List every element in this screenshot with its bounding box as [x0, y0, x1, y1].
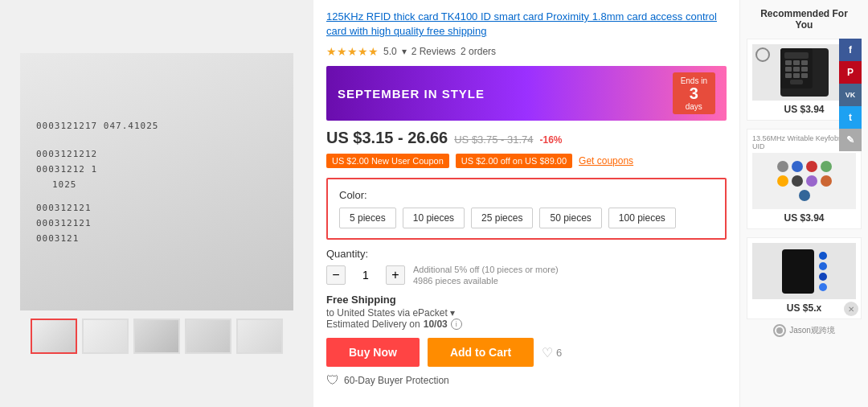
days-label: days: [686, 102, 702, 111]
black-device: [782, 249, 814, 294]
quantity-row: − 1 + Additional 5% off (10 pieces or mo…: [326, 265, 727, 286]
promo-label: SEPTEMBER IN STYLE: [338, 87, 485, 101]
product-section: 125KHz RFID thick card TK4100 ID smart c…: [313, 0, 739, 407]
thumbnail-4[interactable]: [185, 319, 231, 354]
sidebar-item-3-image: [752, 243, 856, 299]
card-line: 000312121: [36, 203, 92, 213]
protection-text: 60-Day Buyer Protection: [344, 375, 449, 386]
thumbnail-3[interactable]: [133, 319, 180, 354]
shipping-title: Free Shipping: [326, 294, 727, 306]
epacket-dropdown[interactable]: ▾: [450, 307, 455, 319]
add-to-cart-button[interactable]: Add to Cart: [428, 338, 534, 367]
coupon-row: US $2.00 New User Coupon US $2.00 off on…: [326, 154, 727, 168]
sidebar-item-1-wrapper: US $3.94 f P VK t ✎: [747, 39, 862, 121]
days-number: 3: [681, 85, 707, 101]
sidebar-item-2-price: US $3.94: [752, 212, 856, 224]
close-button[interactable]: ✕: [844, 302, 858, 316]
rating-divider: ▾: [402, 46, 407, 57]
wishlist-count: 6: [556, 347, 562, 359]
option-5-pieces[interactable]: 5 pieces: [339, 208, 396, 228]
wishlist-row: ♡ 6: [542, 345, 562, 360]
option-25-pieces[interactable]: 25 pieces: [471, 208, 533, 228]
price-row: US $3.15 - 26.66 US $3.75 - 31.74 -16%: [326, 129, 727, 147]
qty-available: 4986 pieces available: [413, 276, 559, 286]
sidebar-title: Recommended ForYou: [747, 8, 862, 31]
color-selector-box: Color: 5 pieces 10 pieces 25 pieces 50 p…: [326, 178, 727, 240]
thumbnail-5[interactable]: [236, 319, 283, 354]
shield-icon: 🛡: [326, 373, 339, 388]
protection-row: 🛡 60-Day Buyer Protection: [326, 373, 727, 388]
social-bar: f P VK t ✎: [839, 39, 862, 151]
rating-score: 5.0: [383, 46, 397, 57]
price-range: US $3.15 - 26.66: [326, 129, 448, 147]
sidebar-item-2-image: [752, 153, 856, 209]
ends-in-box: Ends in 3 days: [673, 72, 715, 114]
price-discount: -16%: [540, 134, 563, 146]
delivery-label: Estimated Delivery on: [326, 319, 420, 330]
heart-icon[interactable]: ♡: [542, 345, 553, 360]
thumbnail-strip: [31, 319, 283, 354]
card-line: 0003121: [36, 233, 79, 244]
buy-now-button[interactable]: Buy Now: [326, 338, 420, 367]
image-section: 0003121217 047.41025 0003121212 00031212…: [0, 0, 313, 407]
star-rating: ★★★★★: [326, 45, 379, 58]
main-product-image: 0003121217 047.41025 0003121212 00031212…: [20, 53, 293, 310]
card-line: 00031212 1: [36, 164, 97, 175]
thumbnail-2[interactable]: [82, 319, 129, 354]
device-image: [780, 48, 829, 97]
product-title[interactable]: 125KHz RFID thick card TK4100 ID smart c…: [326, 10, 727, 39]
keyfob-circles: [772, 161, 837, 201]
option-10-pieces[interactable]: 10 pieces: [403, 208, 465, 228]
quantity-value: 1: [354, 269, 378, 282]
option-buttons: 5 pieces 10 pieces 25 pieces 50 pieces 1…: [339, 208, 714, 228]
watermark-text: Jason观跨境: [789, 325, 835, 336]
info-icon[interactable]: i: [451, 319, 462, 330]
quantity-decrease[interactable]: −: [326, 265, 346, 285]
facebook-button[interactable]: f: [839, 39, 862, 61]
edit-button[interactable]: ✎: [839, 129, 862, 151]
sidebar-item-3-contents: [782, 249, 827, 294]
qty-discount-note: Additional 5% off (10 pieces or more): [413, 265, 559, 274]
sidebar-content: US $3.94 f P VK t ✎ 13.56MHz Writable Ke…: [747, 39, 862, 319]
vk-button[interactable]: VK: [839, 84, 862, 106]
globe-icon: [755, 47, 770, 62]
coupon-badge-1[interactable]: US $2.00 New User Coupon: [326, 154, 449, 168]
option-100-pieces[interactable]: 100 pieces: [608, 208, 676, 228]
action-buttons: Buy Now Add to Cart ♡ 6: [326, 338, 727, 367]
card-line: 1025: [36, 179, 77, 190]
quantity-notes: Additional 5% off (10 pieces or more) 49…: [413, 265, 559, 286]
pinterest-button[interactable]: P: [839, 61, 862, 84]
review-count: 2 Reviews: [411, 46, 456, 57]
card-line: 0003121217 047.41025: [36, 121, 158, 131]
delivery-date: 10/03: [424, 319, 448, 330]
get-coupons-link[interactable]: Get coupons: [579, 155, 633, 166]
quantity-label: Quantity:: [326, 248, 727, 260]
coupon-badge-2[interactable]: US $2.00 off on US $89.00: [456, 154, 572, 168]
twitter-button[interactable]: t: [839, 106, 862, 129]
sidebar: Recommended ForYou: [739, 0, 868, 407]
watermark-icon: [773, 324, 786, 337]
rating-row: ★★★★★ 5.0 ▾ 2 Reviews 2 orders: [326, 45, 727, 58]
card-line: 000312121: [36, 218, 92, 228]
card-image-mock: 0003121217 047.41025 0003121212 00031212…: [20, 53, 293, 310]
blue-dots: [819, 252, 827, 291]
delivery-row: Estimated Delivery on 10/03 i: [326, 319, 727, 330]
color-label: Color:: [339, 189, 714, 201]
price-original: US $3.75 - 31.74: [454, 134, 533, 146]
quantity-increase[interactable]: +: [386, 265, 405, 285]
option-50-pieces[interactable]: 50 pieces: [539, 208, 601, 228]
main-container: 0003121217 047.41025 0003121212 00031212…: [0, 0, 868, 407]
shipping-section: Free Shipping to United States via ePack…: [326, 294, 727, 330]
sidebar-item-3-wrapper: US $5.x ✕: [747, 237, 862, 319]
promo-banner: SEPTEMBER IN STYLE Ends in 3 days: [326, 66, 727, 121]
thumbnail-1[interactable]: [31, 319, 77, 354]
card-line: 0003121212: [36, 149, 97, 159]
order-count: 2 orders: [461, 46, 496, 57]
sidebar-item-3-price: US $5.x: [752, 302, 856, 314]
watermark: Jason观跨境: [747, 324, 862, 337]
shipping-detail: to United States via ePacket ▾: [326, 307, 727, 319]
